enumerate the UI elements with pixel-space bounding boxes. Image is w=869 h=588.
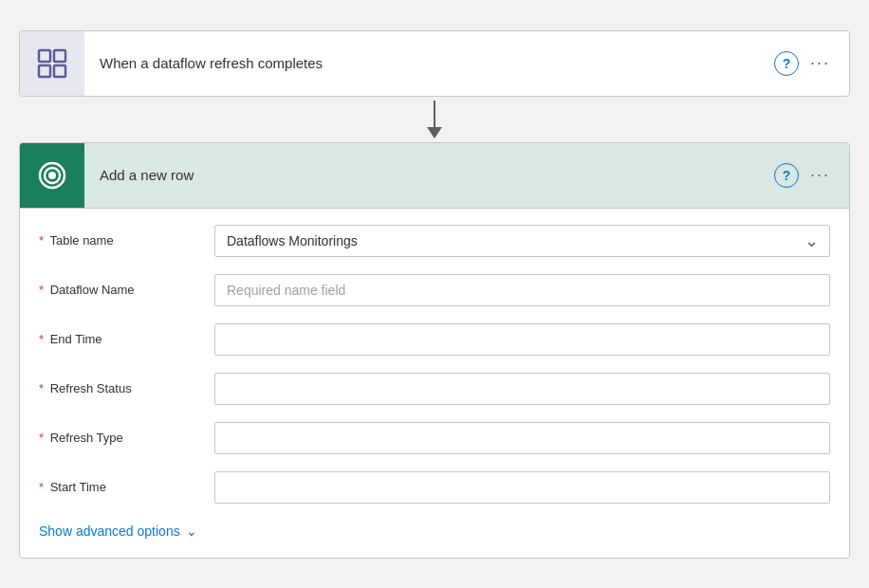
control-refresh-status	[214, 373, 830, 405]
required-star-end-time: *	[39, 332, 44, 346]
svg-rect-2	[39, 65, 50, 77]
action-form-body: * Table name Dataflows Monitorings ⌄ *	[20, 209, 849, 558]
action-card: Add a new row ? ··· * Table name Dataflo…	[19, 142, 850, 559]
advanced-options-row: Show advanced options ⌄	[20, 512, 849, 546]
action-header: Add a new row ? ···	[20, 143, 849, 209]
action-help-button[interactable]: ?	[774, 163, 799, 188]
label-start-time: * Start Time	[39, 480, 214, 494]
form-row-start-time: * Start Time	[20, 463, 849, 512]
end-time-input[interactable]	[214, 323, 830, 356]
control-dataflow-name	[214, 274, 830, 306]
form-row-refresh-status: * Refresh Status	[20, 364, 849, 413]
trigger-icon	[35, 46, 69, 81]
action-icon	[35, 158, 69, 193]
trigger-title: When a dataflow refresh completes	[84, 55, 774, 71]
select-wrapper-table-name: Dataflows Monitorings ⌄	[214, 225, 830, 257]
start-time-input[interactable]	[214, 471, 830, 504]
form-row-dataflow-name: * Dataflow Name	[20, 266, 849, 315]
action-actions: ? ···	[774, 161, 849, 189]
control-refresh-type	[214, 422, 830, 454]
trigger-actions: ? ···	[774, 49, 849, 77]
arrow-head	[427, 127, 442, 138]
trigger-card: When a dataflow refresh completes ? ···	[19, 30, 850, 97]
trigger-icon-area	[20, 31, 84, 96]
arrow-line	[434, 101, 435, 127]
svg-point-5	[48, 172, 56, 179]
label-dataflow-name: * Dataflow Name	[39, 283, 214, 297]
action-title: Add a new row	[84, 167, 774, 183]
trigger-more-button[interactable]: ···	[806, 49, 834, 77]
refresh-status-input[interactable]	[214, 373, 830, 405]
arrow-connector	[427, 101, 442, 138]
label-refresh-type: * Refresh Type	[39, 431, 214, 445]
form-row-refresh-type: * Refresh Type	[20, 413, 849, 463]
show-advanced-options-link[interactable]: Show advanced options	[39, 524, 180, 539]
required-star-start-time: *	[39, 480, 44, 494]
dataflow-name-input[interactable]	[214, 274, 830, 306]
advanced-chevron-icon: ⌄	[186, 524, 197, 539]
required-star-table-name: *	[39, 233, 44, 248]
action-icon-area	[20, 143, 84, 208]
svg-rect-0	[39, 50, 50, 62]
required-star-dataflow-name: *	[39, 283, 44, 297]
trigger-help-button[interactable]: ?	[774, 51, 799, 76]
form-row-end-time: * End Time	[20, 315, 849, 364]
table-name-select[interactable]: Dataflows Monitorings	[214, 225, 830, 257]
svg-rect-3	[54, 65, 65, 77]
control-end-time	[214, 323, 830, 356]
label-end-time: * End Time	[39, 332, 214, 346]
required-star-refresh-status: *	[39, 381, 44, 395]
label-refresh-status: * Refresh Status	[39, 381, 214, 395]
label-table-name: * Table name	[39, 233, 214, 248]
svg-rect-1	[54, 50, 65, 62]
refresh-type-input[interactable]	[214, 422, 830, 454]
control-table-name: Dataflows Monitorings ⌄	[214, 225, 830, 257]
form-row-table-name: * Table name Dataflows Monitorings ⌄	[20, 216, 849, 266]
flow-container: When a dataflow refresh completes ? ··· …	[19, 30, 850, 559]
required-star-refresh-type: *	[39, 431, 44, 445]
control-start-time	[214, 471, 830, 504]
action-more-button[interactable]: ···	[806, 161, 834, 189]
